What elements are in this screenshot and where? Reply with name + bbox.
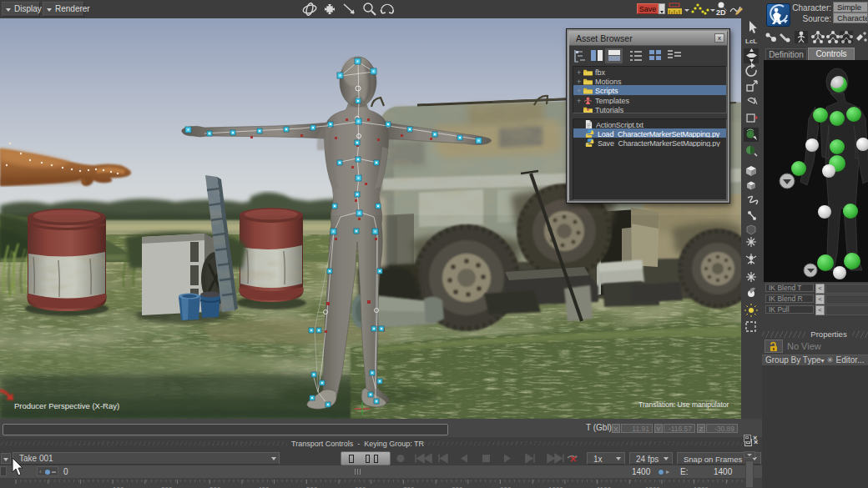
svg-text:Translation: Use manipulator: Translation: Use manipulator — [638, 400, 729, 409]
svg-text:LcL: LcL — [745, 38, 757, 45]
svg-text:2D: 2D — [716, 8, 726, 17]
svg-text:Producer Perspective (X-Ray): Producer Perspective (X-Ray) — [14, 401, 119, 410]
